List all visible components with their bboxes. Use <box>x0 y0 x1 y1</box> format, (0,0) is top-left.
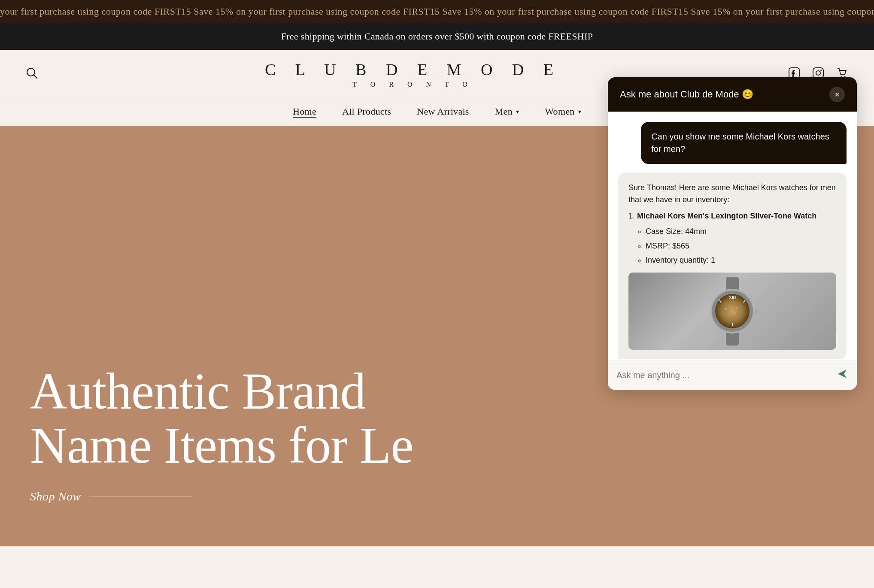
hero-title: Authentic Brand Name Items for Le <box>30 364 413 473</box>
watch-svg: XII <box>689 277 775 346</box>
logo-main: C L U B D E M O D E <box>38 60 788 79</box>
product-name: Michael Kors Men's Lexington Silver-Tone… <box>637 212 816 220</box>
svg-rect-3 <box>813 68 823 78</box>
svg-point-21 <box>736 307 737 309</box>
header-left <box>26 67 38 82</box>
search-button[interactable] <box>26 67 38 82</box>
chatbot-widget: Ask me about Club de Mode 😊 × Can you sh… <box>608 77 857 390</box>
shop-now-line <box>89 497 192 497</box>
shipping-banner: Free shipping within Canada on orders ov… <box>0 23 874 50</box>
svg-point-5 <box>820 70 822 71</box>
shop-now-label: Shop Now <box>30 490 81 503</box>
svg-rect-18 <box>754 309 758 313</box>
nav-item-men[interactable]: Men ▾ <box>495 106 519 117</box>
nav-item-home[interactable]: Home <box>293 106 316 117</box>
watch-image: XII <box>628 273 836 350</box>
women-chevron-icon: ▾ <box>578 108 581 115</box>
svg-point-20 <box>730 306 731 307</box>
nav-item-all-products[interactable]: All Products <box>342 106 391 117</box>
men-chevron-icon: ▾ <box>516 108 519 115</box>
marquee-text: your first purchase using coupon code FI… <box>0 6 874 17</box>
marquee-banner: your first purchase using coupon code FI… <box>0 0 874 23</box>
chatbot-header: Ask me about Club de Mode 😊 × <box>608 77 857 112</box>
chatbot-title: Ask me about Club de Mode 😊 <box>620 89 753 100</box>
shop-now-button[interactable]: Shop Now <box>30 490 413 503</box>
svg-line-1 <box>34 75 37 78</box>
svg-point-22 <box>728 314 729 315</box>
chatbot-input[interactable] <box>616 370 831 380</box>
svg-point-4 <box>816 71 820 75</box>
product-detail-qty: Inventory quantity: 1 <box>646 255 836 267</box>
chatbot-messages: Can you show me some Michael Kors watche… <box>608 112 857 361</box>
chatbot-close-button[interactable]: × <box>829 87 845 102</box>
hero-text: Authentic Brand Name Items for Le Shop N… <box>30 364 413 503</box>
bot-message: Sure Thomas! Here are some Michael Kors … <box>618 173 847 359</box>
chatbot-send-button[interactable] <box>836 368 848 383</box>
user-message: Can you show me some Michael Kors watche… <box>641 122 847 164</box>
svg-point-19 <box>725 308 727 310</box>
chatbot-input-area <box>608 361 857 390</box>
nav-item-women[interactable]: Women ▾ <box>545 106 581 117</box>
product-detail-msrp: MSRP: $565 <box>646 240 836 252</box>
svg-point-23 <box>734 312 735 314</box>
product-detail-case: Case Size: 44mm <box>646 226 836 238</box>
nav-item-new-arrivals[interactable]: New Arrivals <box>417 106 469 117</box>
